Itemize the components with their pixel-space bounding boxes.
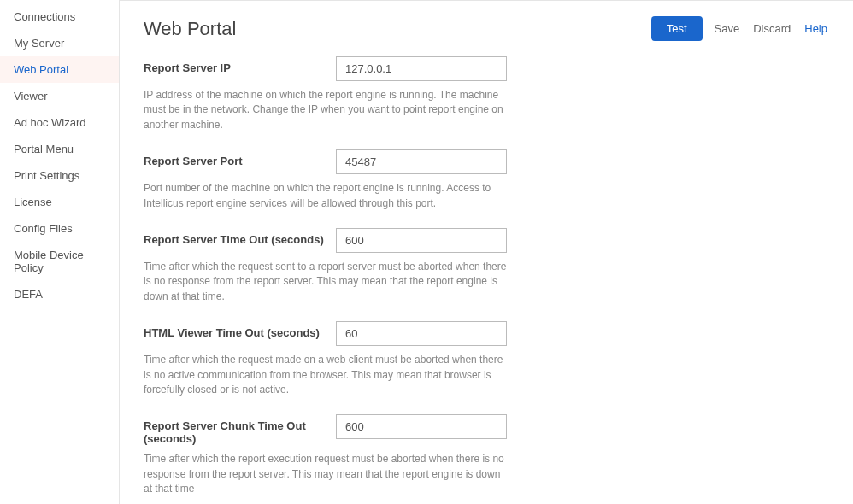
- field-chunk-timeout: Report Server Chunk Time Out (seconds) T…: [144, 414, 824, 496]
- test-button[interactable]: Test: [651, 16, 703, 41]
- field-report-server-port: Report Server Port Port number of the ma…: [144, 149, 824, 211]
- field-html-viewer-timeout: HTML Viewer Time Out (seconds) Time afte…: [144, 321, 824, 397]
- report-server-timeout-input[interactable]: [336, 228, 507, 253]
- report-server-port-input[interactable]: [336, 149, 507, 174]
- sidebar-item-label: Portal Menu: [14, 143, 74, 155]
- sidebar-item-label: Connections: [14, 10, 75, 23]
- field-label: Report Server Chunk Time Out (seconds): [144, 414, 336, 445]
- sidebar-item-mobile-policy[interactable]: Mobile Device Policy: [0, 242, 119, 281]
- sidebar-item-label: Mobile Device Policy: [14, 249, 84, 274]
- field-label: Report Server Port: [144, 149, 336, 167]
- field-label: Report Server Time Out (seconds): [144, 228, 336, 246]
- field-report-server-ip: Report Server IP IP address of the machi…: [144, 56, 824, 132]
- sidebar-item-label: Config Files: [14, 222, 73, 235]
- page-title: Web Portal: [144, 18, 651, 40]
- sidebar-item-label: Web Portal: [14, 63, 68, 76]
- sidebar-item-config-files[interactable]: Config Files: [0, 215, 119, 242]
- sidebar-item-defa[interactable]: DEFA: [0, 281, 119, 308]
- content: Report Server IP IP address of the machi…: [120, 50, 848, 504]
- sidebar-item-adhoc-wizard[interactable]: Ad hoc Wizard: [0, 109, 119, 136]
- field-report-server-timeout: Report Server Time Out (seconds) Time af…: [144, 228, 824, 304]
- help-button[interactable]: Help: [803, 19, 829, 38]
- header-actions: Test Save Discard Help: [651, 16, 829, 41]
- field-help: IP address of the machine on which the r…: [144, 88, 511, 132]
- header: Web Portal Test Save Discard Help: [120, 1, 853, 50]
- sidebar-item-label: Viewer: [14, 90, 48, 103]
- sidebar-item-label: DEFA: [14, 288, 43, 301]
- html-viewer-timeout-input[interactable]: [336, 321, 507, 346]
- discard-button[interactable]: Discard: [751, 19, 792, 38]
- sidebar-item-viewer[interactable]: Viewer: [0, 83, 119, 109]
- sidebar-item-web-portal[interactable]: Web Portal: [0, 56, 119, 83]
- sidebar-item-label: My Server: [14, 37, 64, 50]
- report-server-ip-input[interactable]: [336, 56, 507, 81]
- sidebar-item-my-server[interactable]: My Server: [0, 30, 119, 56]
- field-label: HTML Viewer Time Out (seconds): [144, 321, 336, 339]
- main: Web Portal Test Save Discard Help Report…: [120, 0, 853, 504]
- sidebar-item-connections[interactable]: Connections: [0, 3, 119, 30]
- chunk-timeout-input[interactable]: [336, 414, 507, 439]
- save-button[interactable]: Save: [713, 19, 742, 38]
- sidebar: Connections My Server Web Portal Viewer …: [0, 0, 120, 504]
- sidebar-item-license[interactable]: License: [0, 189, 119, 215]
- field-help: Time after which the request sent to a r…: [144, 260, 511, 304]
- field-help: Time after which the request made on a w…: [144, 353, 511, 397]
- sidebar-item-label: Print Settings: [14, 169, 79, 182]
- sidebar-item-label: Ad hoc Wizard: [14, 116, 86, 129]
- field-label: Report Server IP: [144, 56, 336, 74]
- field-help: Port number of the machine on which the …: [144, 181, 511, 211]
- field-help: Time after which the report execution re…: [144, 452, 511, 496]
- sidebar-item-print-settings[interactable]: Print Settings: [0, 162, 119, 189]
- sidebar-item-portal-menu[interactable]: Portal Menu: [0, 136, 119, 162]
- sidebar-item-label: License: [14, 196, 52, 208]
